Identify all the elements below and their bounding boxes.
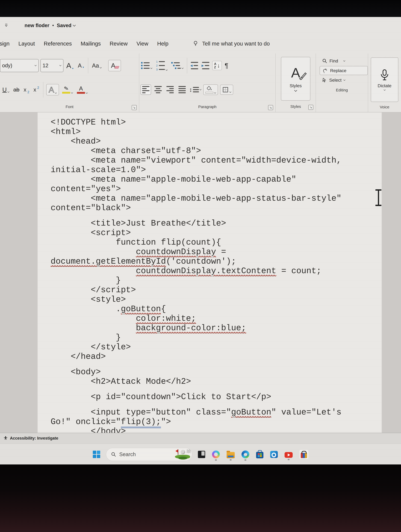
accessibility-status[interactable]: Accessibility: Investigate: [10, 436, 58, 441]
svg-text:c: c: [324, 71, 325, 73]
chevron-down-icon: [214, 91, 216, 94]
tab-view[interactable]: View: [132, 41, 153, 47]
numbering-button[interactable]: 123: [155, 60, 168, 72]
borders-button[interactable]: [220, 85, 233, 95]
show-paragraph-marks-button[interactable]: ¶: [224, 61, 229, 70]
code-line: }: [51, 333, 379, 342]
code-line: <style>: [51, 295, 379, 304]
running-indicator: [215, 459, 217, 461]
ribbon-tabs: signLayoutReferencesMailingsReviewViewHe…: [0, 41, 173, 47]
save-status[interactable]: Saved: [57, 23, 75, 28]
change-case-button[interactable]: Aa: [91, 62, 103, 69]
ribbon-group-paragraph: 123 ◀ ▶ AZ ↓: [139, 53, 276, 112]
underline-button[interactable]: U: [1, 86, 10, 94]
group-label-voice: Voice: [380, 105, 389, 109]
cursor-arrow-icon: [322, 77, 327, 83]
strikethrough-button[interactable]: ab: [12, 86, 20, 93]
shrink-font-button[interactable]: A▼: [77, 62, 85, 69]
styles-button[interactable]: A Styles: [281, 57, 310, 101]
group-label-font: Font: [65, 105, 73, 109]
justify-button[interactable]: [177, 85, 187, 95]
font-color-button[interactable]: A: [76, 85, 89, 95]
ribbon: ody) 12 A▲ A▼ Aa A: [0, 53, 401, 112]
replace-icon: b c: [322, 68, 328, 73]
chevron-down-icon: [150, 67, 152, 69]
chevron-down-icon: [100, 66, 102, 68]
code-line: }: [51, 276, 379, 285]
tell-me[interactable]: Tell me what you want to do: [192, 40, 270, 47]
chevron-down-icon: [343, 59, 345, 62]
chevron-down-icon: [200, 88, 201, 90]
code-line: countdownDisplay.textContent = count;: [51, 266, 379, 276]
code-line: </script>: [51, 285, 379, 295]
taskbar-apps: [198, 450, 308, 459]
find-button[interactable]: Find: [320, 57, 368, 65]
chevron-down-icon: [343, 79, 345, 81]
text-highlight-color-button[interactable]: ✎: [61, 85, 74, 95]
text-effects-button[interactable]: A: [46, 84, 59, 95]
code-line: <input type="button" class="goButton" va…: [51, 408, 379, 417]
sort-button[interactable]: AZ ↓: [212, 61, 222, 70]
decrease-indent-button[interactable]: ◀: [190, 61, 199, 70]
copilot-icon[interactable]: [212, 450, 220, 458]
accessibility-icon: [3, 436, 8, 441]
bullets-button[interactable]: [140, 61, 153, 70]
font-name-combo[interactable]: ody): [0, 59, 39, 72]
svg-text:b: b: [326, 69, 327, 71]
font-dialog-launcher[interactable]: ↘: [132, 105, 137, 110]
align-left-button[interactable]: [141, 84, 151, 95]
file-explorer-icon[interactable]: [226, 451, 235, 458]
highlight-color-swatch: [62, 92, 70, 94]
status-bar: Accessibility: Investigate: [0, 433, 401, 443]
code-line: </style>: [51, 342, 379, 352]
chevron-down-icon: [71, 91, 73, 94]
superscript-button[interactable]: x2: [32, 86, 40, 93]
outlook-icon[interactable]: [270, 451, 278, 458]
youtube-icon[interactable]: [285, 451, 293, 458]
replace-button[interactable]: b c Replace: [320, 66, 368, 75]
align-center-button[interactable]: [153, 85, 163, 95]
ribbon-tabs-bar: signLayoutReferencesMailingsReviewViewHe…: [0, 34, 401, 53]
chevron-down-icon: [73, 24, 76, 27]
borders-grid-icon: [222, 87, 229, 93]
shopping-bag-icon[interactable]: [299, 450, 308, 459]
tab-sign[interactable]: sign: [0, 41, 14, 47]
microsoft-store-icon[interactable]: [256, 450, 263, 458]
grow-font-button[interactable]: A▲: [65, 61, 75, 70]
subscript-button[interactable]: x2: [23, 86, 30, 93]
search-highlight-golf-icon[interactable]: [175, 449, 191, 460]
paragraph-dialog-launcher[interactable]: ↘: [268, 105, 273, 110]
document-page[interactable]: <!DOCTYPE html><html> <head> <meta chars…: [38, 112, 382, 433]
tab-mailings[interactable]: Mailings: [76, 41, 105, 47]
dark-app-icon[interactable]: [198, 451, 205, 458]
tab-references[interactable]: References: [39, 41, 76, 47]
increase-indent-button[interactable]: ▶: [201, 61, 210, 70]
chevron-down-icon: [86, 92, 88, 94]
dictate-button[interactable]: Dictate: [371, 57, 398, 102]
select-button[interactable]: Select: [320, 76, 368, 84]
taskbar: Search: [0, 443, 401, 464]
font-size-combo[interactable]: 12: [40, 59, 64, 72]
tab-layout[interactable]: Layout: [14, 41, 39, 47]
start-button[interactable]: [93, 451, 100, 458]
divider: [187, 58, 187, 73]
code-line: <meta name="apple-mobile-web-app-capable…: [51, 175, 379, 184]
microphone-icon: [379, 69, 390, 82]
tab-review[interactable]: Review: [105, 41, 132, 47]
edge-icon[interactable]: [241, 450, 249, 458]
multilevel-list-button[interactable]: [170, 61, 184, 70]
search-box[interactable]: Search: [106, 448, 192, 461]
align-right-button[interactable]: [165, 85, 175, 95]
shading-button[interactable]: [203, 84, 218, 95]
divider: [88, 58, 88, 73]
tab-help[interactable]: Help: [153, 41, 173, 47]
line-spacing-button[interactable]: ↕: [189, 87, 201, 93]
ribbon-display-options-icon[interactable]: [4, 23, 9, 28]
laptop-screen: new floder • Saved signLayoutReferencesM…: [0, 17, 401, 464]
clear-formatting-button[interactable]: A: [108, 60, 121, 71]
code-line: <meta charset="utf-8">: [51, 146, 379, 156]
font-color-swatch: [77, 92, 85, 94]
styles-dialog-launcher[interactable]: ↘: [308, 105, 313, 110]
ibeam-cursor: [375, 189, 382, 206]
code-line: document.getElementById('countdown');: [51, 257, 379, 266]
